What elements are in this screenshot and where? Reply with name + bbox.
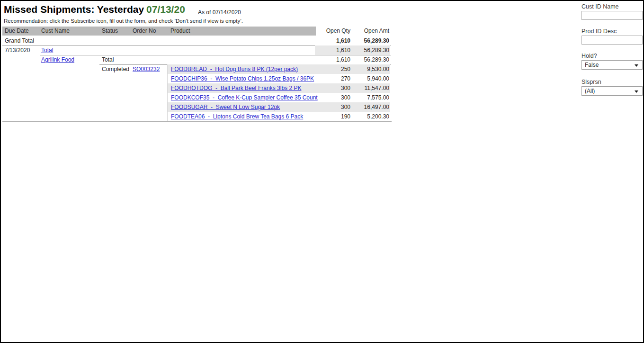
col-header-due-date[interactable]: Due Date: [5, 27, 29, 36]
table-row: FOODCHIP36 - Wise Potato Chips 1.25oz Ba…: [1, 74, 643, 83]
page-title-text: Missed Shipments: Yesterday: [4, 4, 144, 15]
slsprsn-dropdown-value: (All): [585, 88, 595, 94]
grand-total-label: Grand Total: [5, 36, 34, 45]
prod-id-desc-input[interactable]: [581, 36, 643, 45]
table-row: Completed SO003232 FOODBREAD - Hot Dog B…: [1, 64, 643, 74]
open-amt-value: 11,547.00: [332, 83, 389, 93]
table-row: FOODHOTDOG - Ball Park Beef Franks 3lbs …: [1, 83, 643, 93]
cust-id-name-label: Cust ID Name: [581, 3, 619, 10]
hold-dropdown[interactable]: False: [581, 60, 643, 70]
chevron-down-icon: [635, 64, 638, 67]
open-amt-value: 5,200.30: [332, 112, 389, 121]
product-link[interactable]: FOODTEA06 - Liptons Cold Brew Tea Bags 6…: [171, 112, 303, 121]
missed-shipments-dashboard: Missed Shipments: Yesterday07/13/20 As o…: [0, 0, 644, 343]
date-total-row: 7/13/2020 Total 1,610 56,289.30: [1, 45, 643, 55]
product-link[interactable]: FOODHOTDOG - Ball Park Beef Franks 3lbs …: [171, 83, 301, 93]
prod-id-desc-label: Prod ID Desc: [581, 28, 617, 35]
customer-name-link[interactable]: Agrilink Food: [41, 55, 74, 64]
open-amt-value: 5,940.00: [332, 74, 389, 83]
cust-id-name-input[interactable]: [581, 11, 643, 20]
slsprsn-dropdown[interactable]: (All): [581, 86, 643, 96]
table-bottom-border: [2, 121, 392, 122]
col-header-product[interactable]: Product: [170, 27, 190, 36]
open-amt-value: 16,497.00: [332, 102, 389, 112]
grand-total-amt: 56,289.30: [332, 36, 389, 45]
col-header-status[interactable]: Status: [102, 27, 118, 36]
col-header-order-no[interactable]: Order No: [133, 27, 156, 36]
product-link[interactable]: FOODSUGAR - Sweet N Low Sugar 12pk: [171, 102, 280, 112]
product-link[interactable]: FOODBREAD - Hot Dog Buns 8 PK (12per pac…: [171, 64, 298, 74]
open-amt-value: 9,530.00: [332, 64, 389, 74]
col-header-open-amt[interactable]: Open Amt: [332, 27, 389, 36]
grand-total-row: Grand Total 1,610 56,289.30: [1, 36, 643, 45]
title-date: 07/13/20: [146, 4, 185, 15]
status-value: Completed: [102, 64, 129, 74]
order-no-link[interactable]: SO003232: [133, 64, 160, 74]
date-total-link[interactable]: Total: [41, 45, 53, 55]
product-link[interactable]: FOODCHIP36 - Wise Potato Chips 1.25oz Ba…: [171, 74, 314, 83]
customer-total-label: Total: [102, 55, 114, 64]
col-header-cust-name[interactable]: Cust Name: [41, 27, 70, 36]
hold-dropdown-value: False: [585, 62, 599, 68]
table-row: FOODSUGAR - Sweet N Low Sugar 12pk 300 1…: [1, 102, 643, 112]
as-of-label: As of 07/14/2020: [198, 9, 241, 16]
table-row: FOODTEA06 - Liptons Cold Brew Tea Bags 6…: [1, 112, 643, 121]
chevron-down-icon: [635, 90, 638, 93]
open-amt-value: 7,575.00: [332, 93, 389, 102]
product-link[interactable]: FOODKCOF35 - Coffee K-Cup Sampler Coffee…: [171, 93, 318, 102]
slsprsn-filter-label: Slsprsn: [581, 79, 601, 85]
customer-total-amt: 56,289.30: [332, 55, 389, 64]
table-row: FOODKCOF35 - Coffee K-Cup Sampler Coffee…: [1, 93, 643, 102]
date-total-amt: 56,289.30: [332, 45, 389, 55]
customer-total-row: Agrilink Food Total 1,610 56,289.30: [1, 55, 643, 64]
due-date-value: 7/13/2020: [5, 45, 30, 55]
page-title: Missed Shipments: Yesterday07/13/20: [4, 4, 185, 15]
hold-filter-label: Hold?: [581, 53, 597, 59]
recommendation-text: Recommendation: click the Subscribe icon…: [4, 18, 243, 24]
